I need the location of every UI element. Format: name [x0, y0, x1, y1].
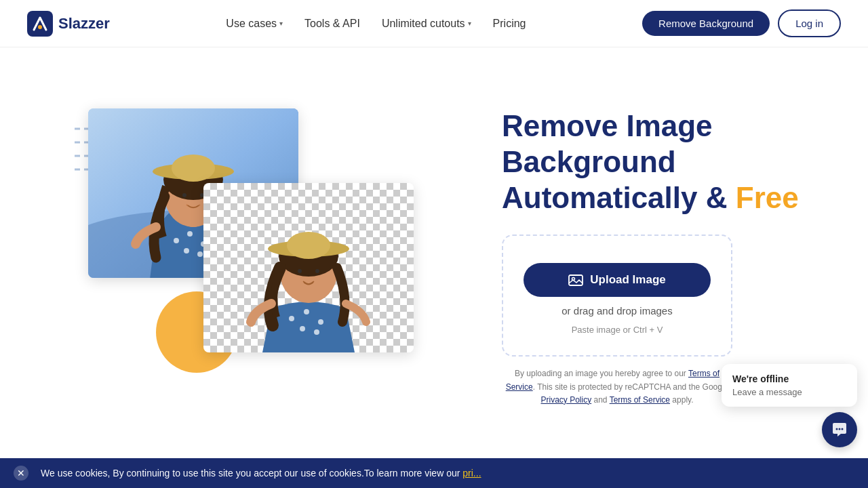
svg-point-9: [174, 238, 179, 243]
svg-point-33: [315, 269, 319, 273]
cookie-banner: ✕ We use cookies, By continuing to use t…: [0, 458, 868, 488]
nav-pricing[interactable]: Pricing: [493, 18, 526, 30]
cookie-privacy-link[interactable]: pri...: [462, 468, 481, 479]
nav-unlimited-cutouts[interactable]: Unlimited cutouts ▾: [382, 18, 471, 30]
tos-disclaimer: By uploading an image you hereby agree t…: [502, 367, 732, 407]
svg-point-1: [38, 25, 42, 29]
svg-point-12: [184, 248, 189, 253]
svg-point-18: [172, 155, 215, 182]
svg-point-32: [298, 269, 302, 273]
svg-point-31: [287, 232, 330, 259]
nav-use-cases[interactable]: Use cases ▾: [226, 18, 283, 30]
svg-point-26: [314, 329, 319, 335]
upload-image-button[interactable]: Upload Image: [524, 263, 711, 297]
svg-point-10: [187, 231, 193, 237]
svg-point-13: [197, 251, 203, 257]
chat-leave-message: Leave a message: [732, 387, 846, 397]
remove-background-button[interactable]: Remove Background: [642, 11, 770, 36]
svg-point-19: [182, 193, 186, 197]
svg-rect-34: [569, 275, 583, 285]
chevron-down-icon-2: ▾: [468, 20, 471, 27]
hero-illustration: [27, 47, 488, 454]
chat-icon: [831, 421, 848, 439]
tos-link-2[interactable]: Terms of Service: [610, 395, 670, 405]
chat-bubble: We're offline Leave a message: [722, 364, 857, 407]
logo-text: Slazzer: [58, 15, 110, 33]
after-photo-checker: [203, 183, 414, 352]
svg-point-24: [318, 319, 323, 325]
nav-actions: Remove Background Log in: [642, 9, 841, 37]
chat-offline-title: We're offline: [732, 373, 846, 384]
svg-point-23: [304, 309, 309, 314]
person-after-svg: [203, 183, 414, 352]
cookie-close-button[interactable]: ✕: [14, 466, 28, 481]
privacy-policy-link[interactable]: Privacy Policy: [541, 395, 592, 405]
svg-point-25: [300, 326, 305, 331]
logo-link[interactable]: Slazzer: [27, 11, 110, 37]
chat-widget: We're offline Leave a message: [722, 364, 857, 447]
nav-tools-api[interactable]: Tools & API: [304, 18, 360, 30]
svg-point-36: [836, 428, 838, 430]
svg-point-38: [842, 428, 844, 430]
svg-point-22: [289, 316, 294, 321]
hero-right-content: Remove Image Background Automatically & …: [488, 95, 841, 407]
drag-drop-text: or drag and drop images: [561, 305, 672, 317]
chat-open-button[interactable]: [822, 412, 857, 447]
paste-text: Paste image or Ctrl + V: [572, 325, 663, 335]
nav-links: Use cases ▾ Tools & API Unlimited cutout…: [226, 18, 526, 30]
hero-images-container: [47, 88, 468, 413]
after-photo: [203, 183, 414, 352]
navbar: Slazzer Use cases ▾ Tools & API Unlimite…: [0, 0, 868, 47]
chevron-down-icon: ▾: [279, 20, 283, 27]
login-button[interactable]: Log in: [778, 9, 841, 37]
hero-title: Remove Image Background Automatically & …: [502, 108, 841, 216]
cookie-text: We use cookies, By continuing to use thi…: [41, 468, 481, 479]
svg-point-37: [839, 428, 841, 430]
upload-dropzone[interactable]: Upload Image or drag and drop images Pas…: [502, 235, 732, 357]
logo-icon: [27, 11, 53, 37]
image-upload-icon: [568, 272, 583, 287]
svg-rect-0: [27, 11, 53, 37]
